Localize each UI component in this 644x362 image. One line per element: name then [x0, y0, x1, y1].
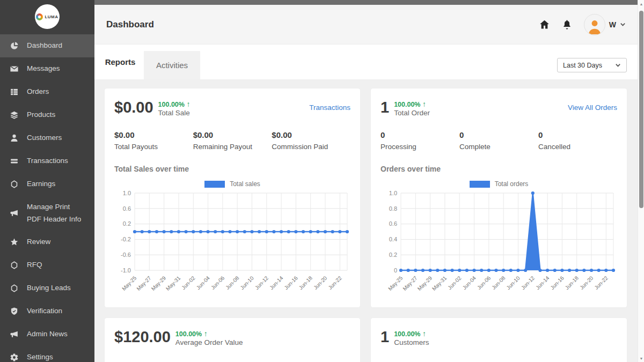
sidebar-item-manage-print-pdf-header-info[interactable]: Manage Print PDF Header Info — [0, 196, 94, 231]
customers-label: Customers — [394, 338, 429, 346]
sidebar-item-customers[interactable]: Customers — [0, 127, 94, 150]
svg-text:0.8: 0.8 — [389, 205, 397, 212]
notifications-bell-icon[interactable] — [561, 19, 573, 30]
svg-text:0: 0 — [394, 267, 397, 274]
logo-text: LUMA — [45, 14, 58, 19]
sidebar: LUMA DashboardMessagesOrdersProductsCust… — [0, 0, 94, 362]
aov-label: Average Order Value — [175, 338, 243, 346]
svg-text:Jun-04: Jun-04 — [462, 275, 478, 291]
total-sales-chart: 1.00.60.2-0.2-0.6-1.0May-25May-27May-29M… — [114, 189, 350, 300]
svg-text:Jun-14: Jun-14 — [535, 275, 551, 291]
date-range-value: Last 30 Days — [563, 62, 602, 69]
total-orders-card: 1 100.00% ↑ Total Order View All Orders … — [371, 88, 627, 307]
stat-cancelled: 0 Cancelled — [538, 130, 617, 151]
svg-text:May-29: May-29 — [416, 275, 434, 292]
aov-value: $120.00 — [114, 329, 171, 346]
view-all-orders-link[interactable]: View All Orders — [568, 104, 617, 112]
up-arrow-icon: ↑ — [422, 329, 426, 338]
svg-text:0.2: 0.2 — [389, 252, 397, 258]
sidebar-item-label: Customers — [27, 132, 62, 144]
orders-legend: Total orders — [380, 180, 617, 188]
sidebar-item-label: Admin News — [27, 328, 68, 341]
person-icon — [9, 133, 19, 143]
svg-text:Jun-08: Jun-08 — [224, 275, 240, 291]
transactions-link[interactable]: Transactions — [309, 104, 350, 112]
scrollbar-thumb[interactable] — [639, 11, 643, 208]
sidebar-item-label: Orders — [27, 86, 49, 98]
svg-text:Jun-18: Jun-18 — [298, 275, 314, 291]
average-order-value-card: $120.00 100.00% ↑ Average Order Value Av… — [105, 318, 360, 362]
sidebar-item-verification[interactable]: Verification — [0, 300, 94, 323]
sidebar-item-settings[interactable]: Settings — [0, 346, 94, 362]
svg-text:Jun-20: Jun-20 — [312, 275, 328, 291]
gear-icon — [9, 353, 19, 362]
hexagon-icon — [9, 284, 19, 293]
sidebar-item-messages[interactable]: Messages — [0, 57, 94, 80]
total-sales-legend: Total sales — [114, 180, 350, 188]
orders-chart: 1.00.80.60.40.20May-25May-27May-29May-31… — [380, 189, 617, 300]
star-icon — [9, 238, 19, 247]
svg-text:May-31: May-31 — [165, 275, 182, 292]
logo[interactable]: LUMA — [0, 0, 94, 33]
tab-activities[interactable]: Activities — [144, 51, 200, 79]
user-menu[interactable]: W — [584, 14, 626, 35]
sidebar-item-products[interactable]: Products — [0, 104, 94, 127]
svg-text:Jun-12: Jun-12 — [254, 275, 270, 291]
sidebar-item-label: Verification — [27, 305, 62, 317]
vertical-scrollbar[interactable]: ▲ ▼ — [638, 0, 644, 362]
svg-text:Jun-08: Jun-08 — [491, 275, 507, 291]
svg-text:Jun-10: Jun-10 — [239, 275, 255, 291]
svg-text:0.6: 0.6 — [389, 220, 397, 227]
sidebar-item-admin-news[interactable]: Admin News — [0, 323, 94, 346]
total-order-value: 1 — [380, 99, 389, 116]
up-arrow-icon: ↑ — [186, 100, 190, 108]
sidebar-item-earnings[interactable]: Earnings — [0, 173, 94, 196]
megaphone-icon — [9, 209, 19, 218]
megaphone-icon — [9, 330, 19, 339]
date-range-select[interactable]: Last 30 Days — [557, 58, 627, 72]
scrollbar-down-icon[interactable]: ▼ — [638, 354, 644, 362]
svg-text:Jun-22: Jun-22 — [593, 275, 609, 291]
svg-text:Jun-04: Jun-04 — [195, 275, 211, 291]
sidebar-item-review[interactable]: Review — [0, 231, 94, 254]
chevron-down-icon — [620, 21, 626, 27]
sidebar-item-dashboard[interactable]: Dashboard — [0, 34, 94, 57]
sidebar-item-label: Settings — [27, 351, 53, 362]
hexagon-icon — [9, 261, 19, 270]
svg-text:May-29: May-29 — [150, 275, 167, 292]
total-sale-label: Total Sale — [158, 109, 191, 117]
shield-icon — [9, 307, 19, 316]
orders-chart-title: Orders over time — [380, 165, 617, 173]
sidebar-item-label: Earnings — [27, 178, 55, 190]
svg-text:0.2: 0.2 — [123, 220, 131, 227]
stat-processing: 0 Processing — [380, 130, 459, 151]
svg-text:Jun-18: Jun-18 — [564, 275, 580, 291]
tab-reports[interactable]: Reports — [104, 45, 136, 79]
svg-text:Jun-14: Jun-14 — [268, 275, 284, 291]
svg-text:-0.6: -0.6 — [121, 252, 131, 258]
table-icon — [9, 87, 19, 97]
scrollbar-up-icon[interactable]: ▲ — [638, 0, 644, 8]
svg-text:Jun-16: Jun-16 — [283, 275, 299, 291]
total-order-delta: 100.00% ↑ — [394, 100, 430, 108]
svg-text:0.4: 0.4 — [389, 236, 397, 242]
page-title: Dashboard — [106, 19, 154, 30]
sidebar-item-buying-leads[interactable]: Buying Leads — [0, 277, 94, 300]
svg-text:-1.0: -1.0 — [121, 267, 131, 274]
person-icon — [588, 19, 602, 35]
svg-text:May-27: May-27 — [135, 275, 152, 292]
sidebar-item-label: Messages — [27, 63, 60, 75]
svg-text:0.6: 0.6 — [123, 205, 131, 212]
sidebar-item-label: Products — [27, 109, 55, 121]
svg-text:-0.2: -0.2 — [121, 236, 131, 242]
sidebar-item-orders[interactable]: Orders — [0, 80, 94, 104]
total-order-label: Total Order — [394, 109, 430, 117]
sidebar-item-rfq[interactable]: RFQ — [0, 254, 94, 277]
svg-text:Jun-02: Jun-02 — [180, 275, 196, 291]
total-sale-value: $0.00 — [114, 99, 153, 116]
home-icon[interactable] — [539, 19, 550, 30]
sidebar-item-transactions[interactable]: Transactions — [0, 150, 94, 173]
sidebar-nav: DashboardMessagesOrdersProductsCustomers… — [0, 34, 94, 362]
sidebar-item-label: RFQ — [27, 259, 42, 271]
select-chevron-down-icon — [615, 62, 621, 68]
